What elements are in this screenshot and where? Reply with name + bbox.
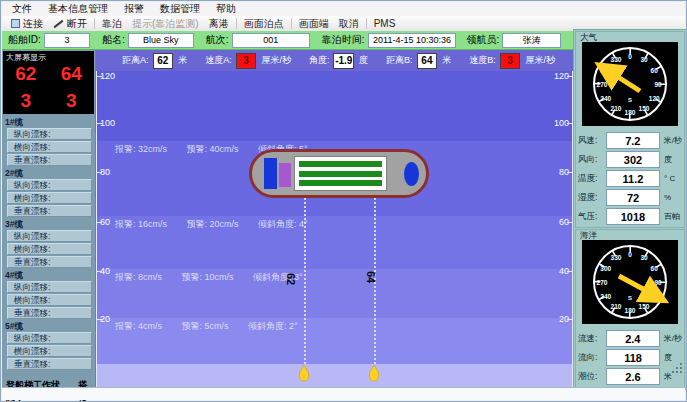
gauge-south-label: S: [628, 97, 632, 103]
ship-info-bar: 船舶ID: 3 船名: Blue Sky 航次: 001 靠泊时间: 2011-…: [2, 31, 573, 50]
drift-label-vertical: 垂直漂移:: [7, 154, 92, 166]
current-direction-unit: 度: [664, 352, 672, 363]
distance-a-field[interactable]: 62: [153, 53, 174, 69]
menu-item-help[interactable]: 帮助: [216, 2, 236, 16]
menubar: 文件 基本信息管理 报警 数据管理 帮助: [2, 2, 685, 16]
prewarn-threshold: 预警: 5cm/s: [182, 321, 229, 331]
axis-tick-mark: [567, 172, 572, 173]
distance-b-field[interactable]: 64: [417, 53, 438, 69]
axis-tick-mark: [97, 123, 102, 124]
menu-item-basic-info[interactable]: 基本信息管理: [48, 2, 108, 16]
chart-area: 距离A: 62 米 速度A: 3 厘米/秒 角度: -1.9 度 距离B: 64…: [96, 50, 573, 389]
cable-group-title: 2#缆: [3, 167, 94, 178]
berth-marker-pin: [368, 364, 380, 382]
wind-speed-row: 风速: 7.2 米/秒: [578, 132, 682, 149]
humidity-row: 湿度: 72 %: [578, 189, 682, 206]
cargo-stripe: [299, 180, 382, 186]
angle-field[interactable]: -1.9: [333, 53, 354, 69]
humidity-value: 72: [606, 189, 660, 206]
current-direction-gauge: 0 30 60 90 120 150 180 210 240 270 300 3…: [582, 240, 678, 328]
current-speed-unit: 米/秒: [664, 333, 682, 344]
environment-panel: 大气 0 30 60 90 120 150 180 210: [573, 29, 687, 390]
tide-level-unit: 米: [664, 371, 672, 382]
cable-group-title: 3#缆: [3, 218, 94, 229]
voyage-label: 航次:: [206, 33, 229, 47]
gauge-number: 90: [654, 81, 662, 88]
axis-tick-mark: [567, 76, 572, 77]
distance-line-b-label: 64: [365, 271, 377, 283]
display-value-distance-b: 64: [61, 63, 82, 85]
cargo-stripe: [299, 161, 382, 167]
connect-button[interactable]: 连接: [6, 17, 48, 30]
pressure-label: 气压:: [578, 211, 606, 223]
wind-direction-value: 302: [606, 151, 660, 168]
axis-tick-mark: [567, 271, 572, 272]
menu-item-alarm[interactable]: 报警: [124, 2, 144, 16]
berth-button[interactable]: 靠泊: [97, 17, 127, 30]
ship-name-label: 船名:: [102, 33, 125, 47]
disconnect-button[interactable]: 断开: [48, 17, 92, 30]
big-screen-display: 大屏幕显示 62 64 3 3: [3, 51, 94, 114]
ship-name-field[interactable]: Blue Sky: [128, 33, 194, 48]
axis-tick-mark: [567, 222, 572, 223]
gauge-number: 180: [625, 109, 636, 116]
cable-group-title: 4#缆: [3, 269, 94, 280]
ship-id-label: 船舶ID:: [8, 33, 41, 47]
pilot-field[interactable]: 张涛: [502, 33, 561, 48]
chart-zone: [97, 71, 572, 141]
current-speed-label: 流速:: [578, 333, 606, 345]
gauge-number: 210: [611, 105, 622, 112]
connect-button-label: 连接: [23, 17, 43, 31]
toolbar-separator: [236, 18, 237, 29]
tilt-angle-threshold: 倾斜角度: 4°: [258, 219, 308, 229]
screen-berth-point-label: 画面泊点: [244, 17, 284, 31]
ocean-group-title: 海洋: [580, 230, 597, 242]
threshold-line-2: 报警: 16cm/s 预警: 20cm/s 倾斜角度: 4°: [115, 218, 325, 231]
pencil-icon: [54, 19, 64, 27]
atmosphere-group: 大气 0 30 60 90 120 150 180 210: [575, 31, 685, 228]
menu-item-file[interactable]: 文件: [12, 2, 32, 16]
pms-button[interactable]: PMS: [369, 17, 401, 30]
berth-time-field[interactable]: 2011-4-15 10:30:36: [368, 33, 457, 48]
current-speed-value: 2.4: [606, 330, 660, 347]
wind-direction-label: 风向:: [578, 154, 606, 166]
gauge-number: 120: [649, 95, 660, 102]
threshold-line-4: 报警: 4cm/s 预警: 5cm/s 倾斜角度: 2°: [115, 320, 315, 333]
pilot-label: 领航员:: [466, 33, 499, 47]
gauge-number: 240: [600, 95, 611, 102]
speed-b-field[interactable]: 3: [500, 53, 521, 69]
distance-line-a-label: 62: [285, 273, 297, 285]
wind-speed-value: 7.2: [606, 132, 660, 149]
axis-tick-mark: [567, 319, 572, 320]
current-speed-row: 流速: 2.4 米/秒: [578, 330, 682, 347]
gauge-number: 240: [600, 293, 611, 300]
speed-a-field[interactable]: 3: [236, 53, 257, 69]
screen-end-button[interactable]: 画面端: [294, 17, 334, 30]
plug-icon: [11, 19, 20, 28]
menu-item-data[interactable]: 数据管理: [160, 2, 200, 16]
display-value-distance-a: 62: [15, 63, 36, 85]
wind-direction-row: 风向: 302 度: [578, 151, 682, 168]
pressure-row: 气压: 1018 百帕: [578, 208, 682, 225]
voyage-field[interactable]: 001: [232, 33, 310, 48]
distance-b-unit: 米: [442, 54, 451, 67]
current-direction-label: 流向:: [578, 352, 606, 364]
current-direction-value: 118: [606, 349, 660, 366]
depart-button[interactable]: 离港: [204, 17, 234, 30]
temperature-label: 温度:: [578, 173, 606, 185]
ship-bow: [404, 162, 419, 186]
cable-group-title: 5#缆: [3, 320, 94, 331]
screen-end-label: 画面端: [299, 17, 329, 31]
ship-id-field[interactable]: 3: [44, 33, 90, 48]
alarm-threshold: 报警: 4cm/s: [115, 321, 162, 331]
distance-a-label: 距离A:: [122, 54, 149, 67]
cancel-button[interactable]: 取消: [334, 17, 364, 30]
screen-berth-point-button[interactable]: 画面泊点: [239, 17, 289, 30]
app-window: 文件 基本信息管理 报警 数据管理 帮助 连接 断开 靠泊 提示(靠泊监测) 离…: [0, 0, 687, 402]
berth-monitor-hint-button: 提示(靠泊监测): [127, 17, 204, 30]
resize-grip[interactable]: [672, 363, 682, 373]
axis-tick-mark: [97, 271, 102, 272]
berth-marker-pin: [298, 364, 310, 382]
wind-direction-gauge: 0 30 60 90 120 150 180 210 240 270 300 3…: [582, 42, 678, 130]
temperature-unit: ° C: [664, 174, 675, 183]
